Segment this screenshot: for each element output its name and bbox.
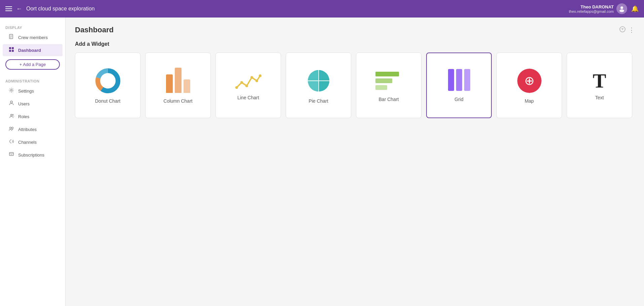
sidebar-item-attributes[interactable]: Attributes — [3, 123, 63, 135]
subscriptions-icon — [8, 151, 15, 158]
header: ← Oort cloud space exploration Theo DARO… — [0, 0, 644, 18]
filter-icon[interactable] — [619, 26, 626, 34]
widgets-grid: Donut Chart Column Chart — [75, 53, 635, 118]
svg-point-0 — [620, 6, 623, 9]
sidebar-item-crew-members[interactable]: Crew members — [3, 31, 63, 43]
widget-card-text-label: Text — [595, 95, 604, 100]
sidebar-item-roles[interactable]: Roles — [3, 110, 63, 123]
grid-icon — [446, 69, 473, 93]
widget-card-map[interactable]: ⊕ Map — [496, 53, 562, 118]
back-button[interactable]: ← — [16, 5, 22, 12]
svg-point-10 — [11, 90, 12, 91]
text-icon: T — [593, 71, 606, 91]
column-chart-icon — [165, 67, 192, 94]
svg-point-28 — [240, 81, 243, 84]
user-email: theo.reliefapps@gmail.com — [569, 9, 614, 13]
widget-card-bar-chart[interactable]: Bar Chart — [356, 53, 421, 118]
svg-point-19 — [620, 27, 625, 32]
svg-rect-6 — [9, 47, 11, 49]
sidebar-item-settings-label: Settings — [18, 89, 34, 94]
dashboard-icon — [8, 47, 15, 54]
line-chart-icon — [235, 71, 262, 91]
svg-point-30 — [250, 76, 253, 79]
widget-card-column-chart[interactable]: Column Chart — [145, 53, 211, 118]
administration-section-label: Administration — [0, 76, 65, 84]
sidebar-item-dashboard[interactable]: Dashboard — [3, 44, 63, 56]
svg-point-32 — [259, 74, 261, 77]
display-section-label: Display — [0, 23, 65, 31]
attributes-icon — [8, 126, 15, 133]
bar-chart-icon — [375, 69, 402, 93]
body: Display Crew members — [0, 18, 644, 306]
sidebar-item-crew-members-label: Crew members — [18, 35, 48, 40]
roles-icon — [8, 113, 15, 120]
sidebar-item-attributes-label: Attributes — [18, 127, 37, 132]
widget-card-map-label: Map — [525, 98, 534, 104]
user-info: Theo DARONAT theo.reliefapps@gmail.com — [569, 4, 614, 13]
pie-chart-icon — [305, 67, 332, 94]
donut-chart-icon — [94, 67, 121, 94]
map-circle: ⊕ — [517, 69, 541, 93]
add-widget-title: Add a Widget — [75, 41, 635, 47]
avatar[interactable] — [616, 3, 627, 14]
add-page-button[interactable]: + Add a Page — [5, 59, 60, 70]
svg-point-26 — [103, 75, 113, 86]
compass-icon: ⊕ — [524, 74, 534, 88]
widget-card-grid-label: Grid — [454, 97, 463, 102]
sidebar-item-channels-label: Channels — [18, 140, 37, 145]
sidebar: Display Crew members — [0, 18, 66, 306]
main-content: Dashboard ⋮ Add a Widget — [66, 18, 644, 306]
svg-point-29 — [245, 84, 248, 87]
svg-point-11 — [10, 101, 12, 103]
app-title: Oort cloud space exploration — [26, 6, 95, 12]
svg-point-31 — [255, 79, 258, 82]
sidebar-item-subscriptions-label: Subscriptions — [18, 152, 44, 158]
sidebar-item-channels[interactable]: Channels — [3, 136, 63, 148]
sidebar-item-users[interactable]: Users — [3, 98, 63, 110]
widget-card-column-chart-label: Column Chart — [163, 98, 192, 104]
svg-point-1 — [619, 9, 624, 12]
widget-card-donut-chart[interactable]: Donut Chart — [75, 53, 140, 118]
svg-rect-8 — [9, 50, 11, 52]
svg-rect-16 — [9, 152, 13, 156]
svg-point-15 — [12, 127, 13, 129]
svg-point-13 — [13, 114, 14, 115]
notification-bell-icon[interactable]: 🔔 — [631, 5, 639, 12]
svg-point-12 — [11, 114, 12, 116]
widget-card-text[interactable]: T Text — [567, 53, 632, 118]
widget-card-grid[interactable]: Grid — [426, 53, 492, 118]
widget-card-pie-chart-label: Pie Chart — [309, 98, 328, 104]
widget-card-line-chart[interactable]: Line Chart — [215, 53, 281, 118]
svg-rect-9 — [12, 50, 14, 52]
widget-card-donut-chart-label: Donut Chart — [95, 98, 120, 104]
users-icon — [8, 100, 15, 107]
main-header: Dashboard ⋮ — [75, 26, 635, 34]
user-name: Theo DARONAT — [569, 4, 614, 9]
channels-icon — [8, 139, 15, 145]
file-icon — [8, 34, 15, 41]
widget-card-line-chart-label: Line Chart — [237, 95, 259, 100]
svg-rect-7 — [12, 47, 14, 49]
add-page-label: + Add a Page — [19, 62, 46, 67]
more-options-icon[interactable]: ⋮ — [629, 26, 635, 34]
sidebar-item-settings[interactable]: Settings — [3, 85, 63, 97]
sidebar-item-users-label: Users — [18, 101, 30, 106]
svg-point-27 — [235, 86, 238, 89]
sidebar-item-dashboard-label: Dashboard — [18, 48, 41, 53]
map-icon: ⊕ — [516, 67, 543, 94]
hamburger-button[interactable] — [5, 6, 12, 11]
widget-card-bar-chart-label: Bar Chart — [379, 97, 399, 102]
svg-point-14 — [10, 127, 11, 129]
header-left: ← Oort cloud space exploration — [5, 5, 569, 12]
settings-icon — [8, 88, 15, 94]
sidebar-item-subscriptions[interactable]: Subscriptions — [3, 149, 63, 161]
widget-card-pie-chart[interactable]: Pie Chart — [286, 53, 351, 118]
page-title: Dashboard — [75, 26, 114, 34]
sidebar-item-roles-label: Roles — [18, 114, 29, 119]
header-right: Theo DARONAT theo.reliefapps@gmail.com 🔔 — [569, 3, 639, 14]
header-actions: ⋮ — [619, 26, 635, 34]
